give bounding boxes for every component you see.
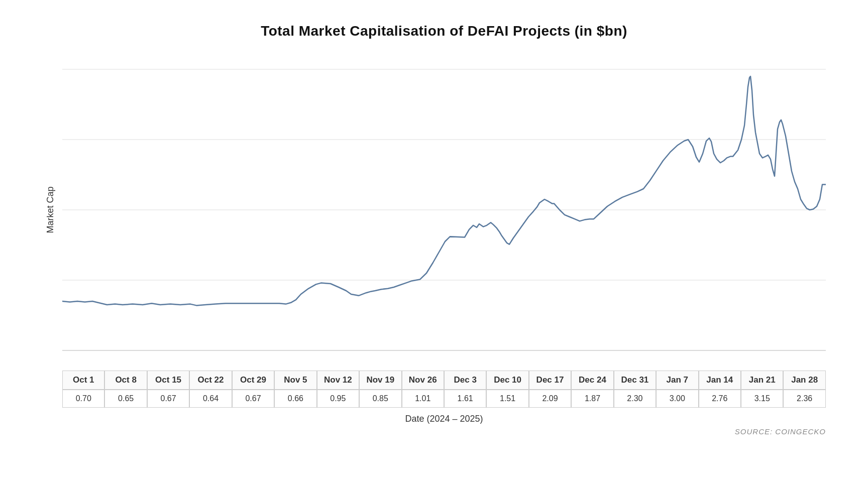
table-value-cell: 1.51 [486,390,528,408]
table-value-cell: 0.67 [147,390,189,408]
chart-title: Total Market Capitalisation of DeFAI Pro… [62,23,826,39]
table-date-header: Jan 14 [699,371,741,390]
table-value-cell: 0.65 [104,390,147,408]
table-value-cell: 0.67 [232,390,274,408]
chart-svg: 4.00 3.00 2.00 1.00 0.00 [62,54,826,365]
table-value-cell: 1.01 [402,390,444,408]
table-date-header: Oct 1 [62,371,104,390]
table-date-header: Oct 29 [232,371,274,390]
table-date-header: Oct 8 [104,371,147,390]
table-value-cell: 0.70 [62,390,104,408]
table-date-header: Jan 7 [656,371,698,390]
table-date-header: Oct 22 [189,371,232,390]
table-date-header: Nov 19 [359,371,401,390]
table-value-cell: 3.00 [656,390,698,408]
table-date-header: Nov 26 [402,371,444,390]
table-value-cell: 2.36 [783,390,825,408]
table-value-cell: 0.64 [189,390,232,408]
table-date-header: Dec 24 [571,371,613,390]
x-axis-label: Date (2024 – 2025) [62,414,826,424]
table-value-cell: 0.85 [359,390,401,408]
table-date-header: Dec 10 [486,371,528,390]
table-value-cell: 1.61 [444,390,486,408]
table-date-header: Dec 31 [614,371,656,390]
market-cap-line [62,76,826,305]
table-date-header: Oct 15 [147,371,189,390]
chart-container: Total Market Capitalisation of DeFAI Pro… [12,8,856,480]
chart-area: Market Cap 4.00 3.00 2.00 1.00 0.00 [62,54,826,365]
table-value-cell: 2.30 [614,390,656,408]
table-date-header: Dec 17 [529,371,571,390]
table-value-cell: 2.76 [699,390,741,408]
source-label: SOURCE: COINGECKO [62,427,826,436]
table-value-cell: 0.66 [274,390,316,408]
table-value-cell: 3.15 [741,390,783,408]
table-date-header: Nov 12 [317,371,359,390]
data-table: Oct 1Oct 8Oct 15Oct 22Oct 29Nov 5Nov 12N… [62,371,826,408]
table-date-header: Dec 3 [444,371,486,390]
table-value-row: 0.700.650.670.640.670.660.950.851.011.61… [62,390,826,408]
table-date-header: Jan 21 [741,371,783,390]
table-value-cell: 0.95 [317,390,359,408]
table-header-row: Oct 1Oct 8Oct 15Oct 22Oct 29Nov 5Nov 12N… [62,371,826,390]
y-axis-label: Market Cap [45,186,56,233]
table-date-header: Jan 28 [783,371,825,390]
table-value-cell: 2.09 [529,390,571,408]
table-value-cell: 1.87 [571,390,613,408]
table-date-header: Nov 5 [274,371,316,390]
